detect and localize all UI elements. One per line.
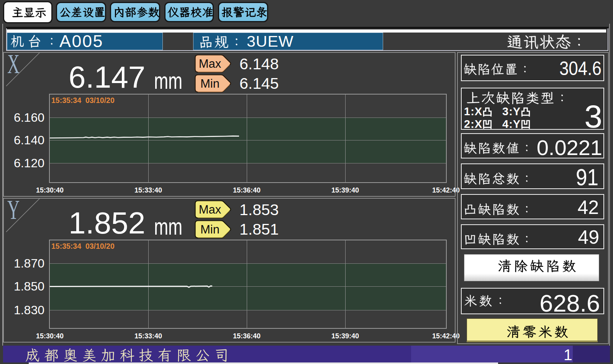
- svg-text:Max: Max: [199, 57, 221, 70]
- svg-text:Max: Max: [199, 203, 221, 216]
- svg-text:Min: Min: [200, 223, 220, 236]
- svg-text:Min: Min: [200, 77, 220, 90]
